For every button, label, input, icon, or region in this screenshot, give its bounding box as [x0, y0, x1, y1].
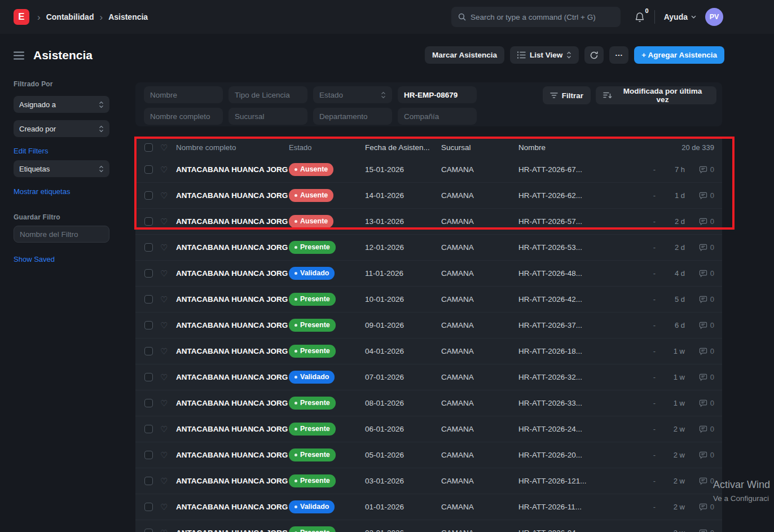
row-checkbox[interactable] — [144, 191, 153, 200]
add-attendance-button[interactable]: + Agregar Asistencia — [634, 46, 724, 64]
row-full-name[interactable]: ANTACABANA HUANCA JORG — [176, 425, 289, 433]
select-all-checkbox[interactable] — [144, 143, 153, 152]
heart-icon[interactable]: ♡ — [160, 373, 169, 381]
table-row[interactable]: ♡ ANTACABANA HUANCA JORG Presente 04-01-… — [135, 338, 722, 364]
row-doc-id[interactable]: HR-ATT-2026-33... — [518, 399, 648, 407]
row-doc-id[interactable]: HR-ATT-2026-57... — [518, 217, 648, 226]
filter-name-input[interactable]: Nombre del Filtro — [14, 226, 109, 243]
edit-filters-link[interactable]: Edit Filters — [14, 147, 111, 155]
heart-icon[interactable]: ♡ — [160, 451, 169, 459]
heart-icon[interactable]: ♡ — [160, 425, 169, 433]
table-row[interactable]: ♡ ANTACABANA HUANCA JORG Presente 12-01-… — [135, 235, 722, 261]
column-nombre[interactable]: Nombre — [518, 143, 648, 152]
filter-estado-select[interactable]: Estado — [313, 86, 392, 103]
tags-select[interactable]: Etiquetas — [14, 160, 109, 177]
row-doc-id[interactable]: HR-ATT-2026-11... — [518, 503, 648, 511]
view-switcher-button[interactable]: List View — [510, 46, 579, 64]
table-row[interactable]: ♡ ANTACABANA HUANCA JORG Presente 05-01-… — [135, 442, 722, 468]
row-checkbox[interactable] — [144, 399, 153, 407]
table-row[interactable]: ♡ ANTACABANA HUANCA JORG Ausente 13-01-2… — [135, 209, 722, 235]
row-full-name[interactable]: ANTACABANA HUANCA JORG — [176, 165, 289, 174]
filter-nombre-completo-input[interactable]: Nombre completo — [144, 108, 223, 125]
column-nombre-completo[interactable]: Nombre completo — [176, 143, 289, 152]
filter-departamento-input[interactable]: Departamento — [313, 108, 392, 125]
row-doc-id[interactable]: HR-ATT-2026-18... — [518, 347, 648, 355]
row-full-name[interactable]: ANTACABANA HUANCA JORG — [176, 191, 289, 200]
filter-button[interactable]: Filtrar — [543, 86, 591, 104]
refresh-button[interactable] — [584, 46, 604, 64]
global-search-input[interactable]: Search or type a command (Ctrl + G) — [451, 7, 621, 27]
heart-icon[interactable]: ♡ — [160, 347, 169, 355]
row-checkbox[interactable] — [144, 321, 153, 329]
row-full-name[interactable]: ANTACABANA HUANCA JORG — [176, 503, 289, 511]
row-full-name[interactable]: ANTACABANA HUANCA JORG — [176, 373, 289, 381]
show-tags-link[interactable]: Mostrar etiquetas — [14, 187, 111, 196]
help-menu-button[interactable]: Ayuda — [664, 12, 696, 21]
row-full-name[interactable]: ANTACABANA HUANCA JORG — [176, 321, 289, 329]
table-row[interactable]: ♡ ANTACABANA HUANCA JORG Ausente 14-01-2… — [135, 183, 722, 209]
row-doc-id[interactable]: HR-ATT-2026-04... — [518, 529, 648, 532]
sort-button[interactable]: Modificada por última vez — [596, 86, 716, 104]
assigned-to-select[interactable]: Asignado a — [14, 96, 109, 113]
row-checkbox[interactable] — [144, 347, 153, 355]
row-checkbox[interactable] — [144, 373, 153, 381]
row-checkbox[interactable] — [144, 503, 153, 511]
filter-sucursal-input[interactable]: Sucursal — [228, 108, 307, 125]
row-checkbox[interactable] — [144, 425, 153, 433]
row-full-name[interactable]: ANTACABANA HUANCA JORG — [176, 295, 289, 304]
row-checkbox[interactable] — [144, 217, 153, 226]
filter-empleado-input[interactable]: HR-EMP-08679 — [398, 86, 477, 103]
column-estado[interactable]: Estado — [289, 143, 365, 152]
row-checkbox[interactable] — [144, 451, 153, 459]
row-doc-id[interactable]: HR-ATT-2026-32... — [518, 373, 648, 381]
row-doc-id[interactable]: HR-ATT-2026-48... — [518, 269, 648, 278]
row-doc-id[interactable]: HR-ATT-2026-37... — [518, 321, 648, 329]
row-full-name[interactable]: ANTACABANA HUANCA JORG — [176, 347, 289, 355]
user-avatar[interactable]: PV — [705, 8, 723, 26]
row-full-name[interactable]: ANTACABANA HUANCA JORG — [176, 399, 289, 407]
row-doc-id[interactable]: HR-ATT-2026-67... — [518, 165, 648, 174]
row-doc-id[interactable]: HR-ATT-2026-62... — [518, 191, 648, 200]
table-row[interactable]: ♡ ANTACABANA HUANCA JORG Validado 07-01-… — [135, 364, 722, 390]
notifications-button[interactable]: 0 — [634, 11, 645, 23]
table-row[interactable]: ♡ ANTACABANA HUANCA JORG Presente 03-01-… — [135, 468, 722, 494]
column-sucursal[interactable]: Sucursal — [441, 143, 518, 152]
heart-icon[interactable]: ♡ — [160, 143, 169, 152]
row-checkbox[interactable] — [144, 295, 153, 304]
heart-icon[interactable]: ♡ — [160, 269, 169, 278]
table-row[interactable]: ♡ ANTACABANA HUANCA JORG Presente 06-01-… — [135, 416, 722, 442]
filter-compania-input[interactable]: Compañía — [398, 108, 477, 125]
app-logo[interactable]: E — [14, 9, 29, 25]
more-options-button[interactable]: ··· — [609, 46, 628, 64]
table-row[interactable]: ♡ ANTACABANA HUANCA JORG Presente 09-01-… — [135, 313, 722, 338]
row-full-name[interactable]: ANTACABANA HUANCA JORG — [176, 477, 289, 485]
table-row[interactable]: ♡ ANTACABANA HUANCA JORG Validado 11-01-… — [135, 261, 722, 287]
column-fecha[interactable]: Fecha de Asisten... — [365, 143, 441, 152]
row-doc-id[interactable]: HR-ATT-2026-20... — [518, 451, 648, 459]
row-full-name[interactable]: ANTACABANA HUANCA JORG — [176, 529, 289, 532]
heart-icon[interactable]: ♡ — [160, 399, 169, 407]
heart-icon[interactable]: ♡ — [160, 503, 169, 511]
heart-icon[interactable]: ♡ — [160, 191, 169, 200]
heart-icon[interactable]: ♡ — [160, 243, 169, 252]
sidebar-toggle-icon[interactable] — [14, 51, 24, 60]
filter-tipo-licencia-input[interactable]: Tipo de Licencia — [228, 86, 307, 103]
row-full-name[interactable]: ANTACABANA HUANCA JORG — [176, 451, 289, 459]
mark-attendance-button[interactable]: Marcar Asistencia — [425, 46, 504, 64]
show-saved-link[interactable]: Show Saved — [14, 255, 111, 263]
table-row[interactable]: ♡ ANTACABANA HUANCA JORG Ausente 15-01-2… — [135, 157, 722, 183]
row-doc-id[interactable]: HR-ATT-2026-42... — [518, 295, 648, 304]
heart-icon[interactable]: ♡ — [160, 165, 169, 174]
breadcrumb-asistencia[interactable]: Asistencia — [108, 12, 148, 21]
table-row[interactable]: ♡ ANTACABANA HUANCA JORG Validado 01-01-… — [135, 494, 722, 520]
row-checkbox[interactable] — [144, 529, 153, 532]
row-checkbox[interactable] — [144, 165, 153, 174]
table-row[interactable]: ♡ ANTACABANA HUANCA JORG Presente 08-01-… — [135, 390, 722, 416]
heart-icon[interactable]: ♡ — [160, 295, 169, 304]
heart-icon[interactable]: ♡ — [160, 217, 169, 226]
row-doc-id[interactable]: HR-ATT-2026-24... — [518, 425, 648, 433]
row-doc-id[interactable]: HR-ATT-2026-53... — [518, 243, 648, 252]
row-doc-id[interactable]: HR-ATT-2026-121... — [518, 477, 648, 485]
filter-nombre-input[interactable]: Nombre — [144, 86, 223, 103]
breadcrumb-contabilidad[interactable]: Contabilidad — [46, 12, 94, 21]
